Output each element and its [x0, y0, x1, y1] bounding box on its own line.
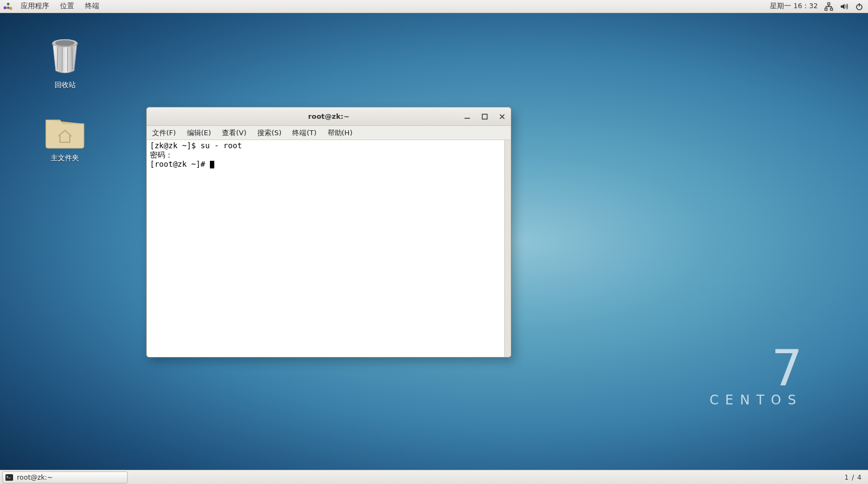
desktop-home[interactable]: 主文件夹 — [44, 112, 86, 163]
terminal-menubar: 文件(F) 编辑(E) 查看(V) 搜索(S) 终端(T) 帮助(H) — [147, 126, 511, 140]
svg-point-0 — [4, 6, 7, 9]
taskbar-item-terminal[interactable]: root@zk:~ — [2, 471, 128, 483]
minimize-button[interactable] — [463, 112, 472, 121]
terminal-line1: [zk@zk ~]$ su - root — [150, 141, 242, 150]
network-icon[interactable] — [824, 2, 833, 11]
menu-edit[interactable]: 编辑(E) — [182, 126, 216, 140]
menu-file[interactable]: 文件(F) — [147, 126, 182, 140]
menu-view[interactable]: 查看(V) — [216, 126, 252, 140]
top-panel: 应用程序 位置 终端 星期一 16：32 — [0, 0, 868, 13]
window-titlebar[interactable]: root@zk:~ — [147, 107, 511, 126]
svg-rect-6 — [830, 8, 833, 10]
panel-right: 星期一 16：32 — [770, 2, 868, 11]
workspace-total: 4 — [857, 474, 861, 481]
workspace-switcher[interactable]: 1 / 4 — [838, 474, 868, 481]
workspace-sep: / — [852, 474, 854, 481]
trash-icon — [48, 37, 82, 77]
desktop-trash-label: 回收站 — [55, 81, 76, 90]
maximize-button[interactable] — [480, 112, 489, 121]
menu-terminal[interactable]: 终端(T) — [287, 126, 322, 140]
svg-rect-12 — [5, 474, 13, 481]
svg-point-2 — [9, 7, 13, 10]
svg-rect-4 — [828, 3, 830, 5]
folder-home-icon — [44, 112, 86, 150]
svg-rect-5 — [825, 8, 827, 10]
terminal-scrollbar[interactable] — [504, 140, 511, 357]
centos-branding: 7 CENTOS — [709, 346, 803, 408]
terminal-cursor — [210, 161, 214, 168]
workspace-current: 1 — [845, 474, 849, 481]
centos-version: 7 — [709, 346, 803, 390]
svg-rect-11 — [483, 114, 487, 119]
terminal-body[interactable]: [zk@zk ~]$ su - root 密码： [root@zk ~]# — [147, 140, 511, 357]
centos-word: CENTOS — [709, 392, 803, 408]
taskbar-item-label: root@zk:~ — [17, 473, 53, 481]
window-title: root@zk:~ — [308, 112, 349, 120]
svg-point-3 — [7, 7, 10, 9]
power-icon[interactable] — [855, 2, 864, 11]
desktop-trash[interactable]: 回收站 — [48, 37, 82, 90]
menu-applications[interactable]: 应用程序 — [15, 0, 55, 13]
bottom-panel: root@zk:~ 1 / 4 — [0, 470, 868, 484]
gnome-logo-icon — [3, 2, 13, 11]
desktop-home-label: 主文件夹 — [51, 154, 79, 163]
terminal-window: root@zk:~ 文件(F) 编辑(E) 查看(V) 搜索(S) 终端(T) … — [146, 107, 511, 358]
menu-places[interactable]: 位置 — [55, 0, 80, 13]
menu-search[interactable]: 搜索(S) — [252, 126, 287, 140]
close-button[interactable] — [498, 112, 507, 121]
window-controls — [463, 107, 507, 125]
clock[interactable]: 星期一 16：32 — [770, 2, 818, 11]
svg-point-1 — [7, 3, 10, 5]
menu-terminal[interactable]: 终端 — [80, 0, 105, 13]
terminal-line3-prompt: [root@zk ~]# — [150, 160, 210, 168]
menu-help[interactable]: 帮助(H) — [322, 126, 358, 140]
svg-point-10 — [55, 40, 75, 46]
terminal-icon — [5, 473, 14, 482]
terminal-line2: 密码： — [150, 150, 173, 159]
volume-icon[interactable] — [840, 2, 848, 11]
